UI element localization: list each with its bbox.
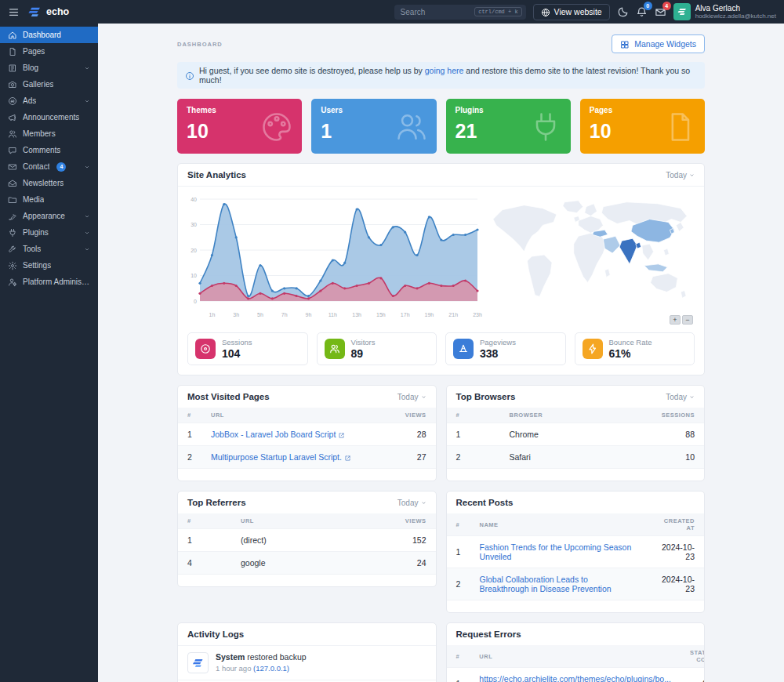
range-dropdown[interactable]: Today: [397, 499, 426, 507]
caret-down-icon: [421, 500, 426, 506]
comment-icon: [8, 146, 17, 155]
grid-icon: [620, 40, 630, 49]
sidebar: DashboardPagesBlogGalleriesAdsAnnounceme…: [0, 24, 98, 682]
row-link[interactable]: JobBox - Laravel Job Board Script: [211, 430, 336, 439]
request-errors-table: #URLSTATUS CODE1https://echo.archielite.…: [447, 645, 706, 682]
messages-badge: 4: [662, 2, 671, 10]
svg-text:40: 40: [191, 197, 197, 202]
stat-card-plugins[interactable]: Plugins21: [446, 99, 571, 154]
topbar: echo Search ctrl/cmd + k View website 0 …: [0, 0, 784, 24]
range-dropdown[interactable]: Today: [666, 171, 695, 180]
table-row: 1Fashion Trends for the Upcoming Season …: [447, 536, 705, 568]
panel-title: Site Analytics: [187, 170, 246, 180]
svg-text:15h: 15h: [376, 312, 386, 317]
mini-stat-label: Sessions: [222, 338, 252, 346]
ip-link[interactable]: (127.0.0.1): [253, 664, 289, 673]
chevron-down-icon: [84, 98, 90, 104]
manage-widgets-button[interactable]: Manage Widgets: [612, 34, 705, 53]
table-row: 2Multipurpose Startup Laravel Script.27: [178, 446, 436, 469]
mini-stat-value: 89: [351, 347, 376, 360]
svg-text:17h: 17h: [401, 312, 410, 317]
notifications-button[interactable]: 0: [636, 5, 648, 18]
going-here-link[interactable]: going here: [425, 66, 464, 75]
users-icon: [329, 343, 340, 354]
mini-stat-label: Visitors: [351, 338, 376, 346]
mini-stat-value: 104: [222, 347, 252, 360]
bolt-icon: [587, 343, 598, 354]
sidebar-item-plugins[interactable]: Plugins: [0, 224, 98, 241]
sidebar-item-media[interactable]: Media: [0, 191, 98, 208]
ad-icon: [8, 96, 17, 106]
sidebar-item-galleries[interactable]: Galleries: [0, 76, 98, 93]
range-dropdown[interactable]: Today: [666, 393, 695, 401]
sidebar-item-tools[interactable]: Tools: [0, 241, 98, 257]
echo-logo-icon: [27, 7, 42, 17]
sidebar-item-comments[interactable]: Comments: [0, 142, 98, 158]
dark-mode-toggle[interactable]: [617, 5, 629, 18]
sidebar-item-settings[interactable]: Settings: [0, 257, 98, 274]
svg-text:3h: 3h: [233, 312, 239, 317]
info-icon: [185, 71, 194, 81]
sidebar-item-blog[interactable]: Blog: [0, 60, 98, 76]
row-link[interactable]: https://echo.archielite.com/themes/echo/…: [479, 674, 671, 682]
map-zoom-out-button[interactable]: −: [682, 315, 693, 325]
sidebar-item-appearance[interactable]: Appearance: [0, 208, 98, 224]
app-logo[interactable]: echo: [27, 6, 69, 17]
settings-icon: [8, 261, 17, 270]
table-row: 1(direct)152: [178, 529, 436, 552]
caret-down-icon: [689, 394, 695, 400]
stat-card-users[interactable]: Users1: [311, 99, 436, 154]
sidebar-item-newsletters[interactable]: Newsletters: [0, 175, 98, 191]
sidebar-item-announcements[interactable]: Announcements: [0, 109, 98, 125]
svg-text:9h: 9h: [306, 312, 312, 317]
top-referrers-panel: Top Referrers Today #URLVIEWS1(direct)15…: [177, 491, 437, 587]
top-browsers-table: #BROWSERSESSIONS1Chrome882Safari10: [447, 408, 705, 468]
app-name: echo: [46, 6, 69, 17]
sidebar-item-contact[interactable]: Contact4: [0, 158, 98, 175]
site-analytics-panel: Site Analytics Today 0102030401h3h5h7h9h…: [177, 163, 705, 375]
stat-card-themes[interactable]: Themes10: [177, 99, 302, 154]
external-icon: [338, 432, 345, 439]
most-visited-pages-panel: Most Visited Pages Today #URLVIEWS1JobBo…: [177, 385, 437, 481]
view-website-button[interactable]: View website: [533, 4, 610, 20]
users-icon: [8, 129, 17, 139]
user-menu[interactable]: Alva Gerlach hodkiewicz.adella@kutch.net: [673, 3, 776, 20]
chevron-down-icon: [84, 65, 90, 71]
messages-button[interactable]: 4: [655, 5, 666, 18]
svg-text:13h: 13h: [352, 312, 361, 317]
sidebar-item-pages[interactable]: Pages: [0, 43, 98, 60]
request-errors-panel: Request Errors #URLSTATUS CODE1https://e…: [446, 622, 706, 682]
sidebar-item-dashboard[interactable]: Dashboard: [0, 27, 98, 43]
row-link[interactable]: Global Collaboration Leads to Breakthrou…: [480, 575, 612, 593]
top-browsers-panel: Top Browsers Today #BROWSERSESSIONS1Chro…: [446, 385, 706, 481]
stat-card-pages[interactable]: Pages10: [580, 99, 705, 154]
mini-stat-sessions: Sessions104: [187, 332, 308, 365]
menu-icon: [8, 6, 20, 18]
range-dropdown[interactable]: Today: [397, 393, 426, 401]
search-input[interactable]: Search ctrl/cmd + k: [394, 5, 526, 20]
menu-icon: [8, 5, 20, 18]
brush-icon: [8, 212, 17, 221]
sidebar-toggle-button[interactable]: [8, 5, 20, 18]
search-placeholder: Search: [401, 8, 426, 16]
row-link[interactable]: Multipurpose Startup Laravel Script.: [211, 452, 342, 462]
caret-down-icon: [421, 394, 426, 400]
sidebar-item-ads[interactable]: Ads: [0, 93, 98, 109]
svg-text:7h: 7h: [281, 312, 288, 317]
stat-cards-row: Themes10Users1Plugins21Pages10: [177, 99, 705, 154]
map-zoom-in-button[interactable]: +: [670, 315, 681, 325]
mini-stat-visitors: Visitors89: [317, 332, 437, 365]
info-icon: [185, 70, 194, 80]
cone-icon: [458, 343, 469, 354]
activity-log-entry: System restored backup1 hour ago (127.0.…: [178, 645, 436, 680]
user-email: hodkiewicz.adella@kutch.net: [695, 13, 776, 20]
svg-text:10: 10: [191, 273, 197, 278]
table-row: 4google24: [178, 552, 436, 575]
search-shortcut: ctrl/cmd + k: [474, 7, 521, 16]
top-referrers-table: #URLVIEWS1(direct)1524google24: [178, 513, 436, 574]
sidebar-item-platform-administration[interactable]: Platform Administration: [0, 274, 98, 290]
external-icon: [344, 455, 351, 462]
megaphone-icon: [8, 113, 17, 122]
row-link[interactable]: Fashion Trends for the Upcoming Season U…: [480, 542, 632, 561]
sidebar-item-members[interactable]: Members: [0, 125, 98, 142]
